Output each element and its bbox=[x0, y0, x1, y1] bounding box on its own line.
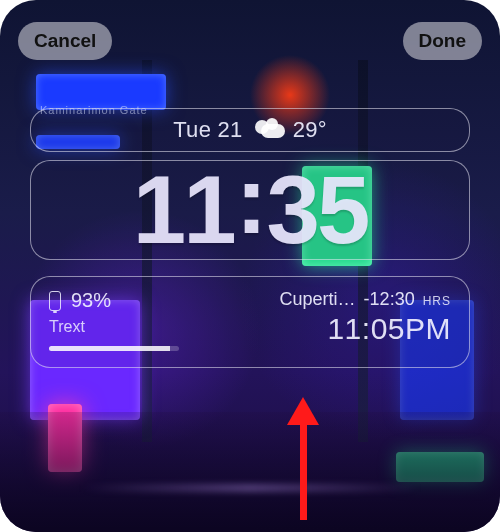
done-button[interactable]: Done bbox=[403, 22, 483, 60]
widgets-slot[interactable]: 93% Trext Cuperti… -12:30 HRS 11:05PM bbox=[30, 276, 470, 368]
world-offset-unit: HRS bbox=[423, 294, 451, 308]
annotation-arrow-icon bbox=[287, 397, 319, 520]
lockscreen-editor: Kaminarimon Gate Cancel Done Tue 21 29° … bbox=[0, 0, 500, 532]
world-time: 11:05PM bbox=[280, 312, 451, 346]
clock-slot[interactable]: 11 : 35 bbox=[30, 160, 470, 260]
partly-cloudy-icon bbox=[253, 119, 287, 141]
battery-bar bbox=[49, 346, 179, 351]
battery-widget[interactable]: 93% Trext bbox=[49, 289, 179, 351]
battery-percent: 93% bbox=[71, 289, 111, 312]
world-city: Cuperti… bbox=[280, 289, 356, 310]
clock-colon: : bbox=[234, 152, 267, 248]
world-offset: -12:30 bbox=[364, 289, 415, 310]
battery-bar-fill bbox=[49, 346, 170, 351]
clock-hours: 11 bbox=[133, 162, 234, 258]
world-clock-widget[interactable]: Cuperti… -12:30 HRS 11:05PM bbox=[280, 289, 451, 346]
temperature-text: 29° bbox=[293, 117, 327, 143]
clock-minutes: 35 bbox=[266, 162, 367, 258]
date-text: Tue 21 bbox=[173, 117, 242, 143]
cancel-button[interactable]: Cancel bbox=[18, 22, 112, 60]
clock-time: 11 : 35 bbox=[133, 162, 368, 258]
device-icon bbox=[49, 291, 61, 311]
battery-label: Trext bbox=[49, 318, 179, 336]
